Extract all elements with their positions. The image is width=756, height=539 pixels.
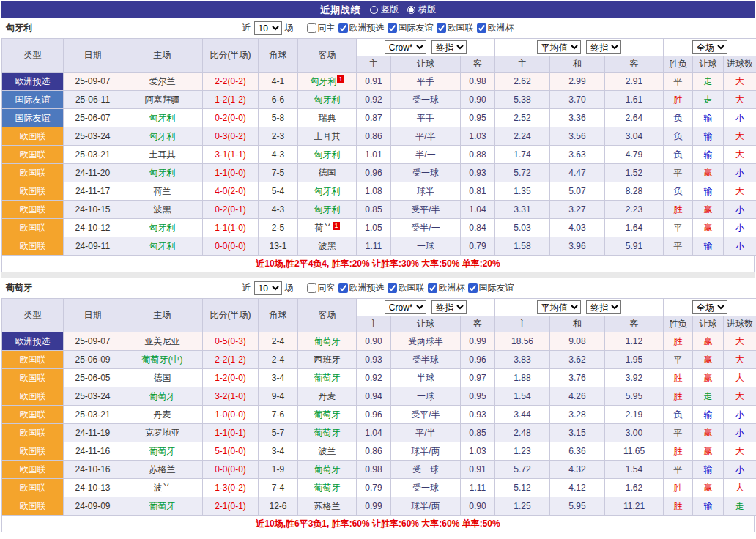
match-date: 25-06-11 bbox=[64, 91, 122, 109]
ah-time-select[interactable]: 终指 bbox=[431, 300, 467, 314]
home-team: 阿塞拜疆 bbox=[122, 91, 203, 109]
same-side-label: 同客 bbox=[318, 282, 336, 294]
result-goals: 大 bbox=[724, 127, 756, 146]
filter-controls: 近 10 场 同主 欧洲预选 国际友谊 欧国联 bbox=[242, 21, 514, 35]
comp-filter-0[interactable]: 欧洲预选 bbox=[338, 282, 385, 294]
eu-draw-odds: 6.36 bbox=[550, 442, 605, 461]
ah-home-odds: 0.79 bbox=[357, 479, 391, 497]
result-goals: 大 bbox=[724, 332, 756, 351]
corner-score: 9-4 bbox=[259, 387, 298, 406]
eu-time-select[interactable]: 终指 bbox=[586, 300, 621, 314]
result-handicap: 走 bbox=[693, 387, 724, 406]
result-wdl: 胜 bbox=[664, 332, 693, 351]
same-side-filter[interactable]: 同主 bbox=[307, 22, 336, 34]
same-side-filter[interactable]: 同客 bbox=[307, 282, 336, 294]
scope-select[interactable]: 全场 bbox=[692, 40, 727, 54]
result-wdl: 胜 bbox=[664, 442, 693, 461]
competition-type: 欧国联 bbox=[2, 219, 64, 237]
eu-home-odds: 1.23 bbox=[495, 442, 550, 461]
eu-draw-odds: 3.70 bbox=[550, 91, 605, 109]
comp-checkbox[interactable] bbox=[428, 283, 437, 293]
ah-away-odds: 1.11 bbox=[461, 479, 495, 497]
comp-checkbox[interactable] bbox=[388, 23, 397, 33]
eu-away-odds: 3.92 bbox=[605, 369, 664, 387]
corner-score: 5-4 bbox=[259, 182, 298, 201]
match-date: 25-06-09 bbox=[64, 351, 122, 369]
competition-type: 欧国联 bbox=[2, 201, 64, 219]
comp-checkbox[interactable] bbox=[468, 283, 478, 293]
eu-draw-odds: 3.28 bbox=[550, 406, 605, 424]
result-goals: 小 bbox=[724, 219, 756, 237]
match-row: 欧国联24-10-12匈牙利1-1(1-0)2-5荷兰11.05受半/一0.84… bbox=[2, 219, 756, 237]
home-team: 匈牙利 bbox=[122, 164, 203, 182]
away-team: 匈牙利 bbox=[298, 91, 357, 109]
ah-line: 受一球 bbox=[391, 164, 461, 182]
score-halftime: 0-0(0-0) bbox=[203, 237, 259, 256]
result-handicap: 赢 bbox=[693, 479, 724, 497]
comp-filter-2[interactable]: 欧洲杯 bbox=[428, 282, 465, 294]
eu-draw-odds: 5.95 bbox=[550, 497, 605, 516]
eu-home-odds: 5.12 bbox=[495, 479, 550, 497]
eu-source-select[interactable]: 平均值 bbox=[537, 300, 581, 314]
away-team: 葡萄牙 bbox=[298, 332, 357, 351]
eu-draw-odds: 4.03 bbox=[550, 219, 605, 237]
result-goals: 小 bbox=[724, 406, 756, 424]
ah-odds-controls: Crow* 终指 bbox=[357, 299, 495, 316]
eu-home-odds: 5.38 bbox=[495, 91, 550, 109]
match-row: 欧国联24-09-09葡萄牙2-1(0-1)12-6苏格兰0.99球半/两0.9… bbox=[2, 497, 756, 516]
comp-filter-3[interactable]: 欧洲杯 bbox=[477, 22, 514, 34]
comp-filter-3[interactable]: 国际友谊 bbox=[468, 282, 514, 294]
eu-time-select[interactable]: 终指 bbox=[586, 40, 621, 54]
home-team: 荷兰 bbox=[122, 182, 203, 201]
layout-horizontal-option[interactable]: 横版 bbox=[407, 4, 436, 16]
match-date: 24-09-09 bbox=[64, 497, 122, 516]
ah-home-odds: 0.99 bbox=[357, 497, 391, 516]
comp-checkbox[interactable] bbox=[477, 23, 486, 33]
ah-time-select[interactable]: 终指 bbox=[431, 40, 467, 54]
same-side-checkbox[interactable] bbox=[307, 283, 316, 293]
same-side-checkbox[interactable] bbox=[307, 23, 316, 33]
ah-source-select[interactable]: Crow* bbox=[385, 300, 426, 314]
eu-home-odds: 2.48 bbox=[495, 424, 550, 442]
recent-results-page: 近期战绩 竖版 横版 匈牙利 近 10 场 同主 bbox=[1, 1, 755, 532]
corner-score: 2-4 bbox=[259, 332, 298, 351]
score-halftime: 0-0(0-0) bbox=[203, 461, 259, 479]
result-wdl: 负 bbox=[664, 127, 693, 146]
away-team: 葡萄牙 bbox=[298, 369, 357, 387]
home-team: 匈牙利 bbox=[122, 127, 203, 146]
ah-line: 受一球 bbox=[391, 91, 461, 109]
home-team: 葡萄牙(中) bbox=[122, 351, 203, 369]
match-count-select[interactable]: 10 bbox=[254, 281, 282, 295]
layout-vertical-option[interactable]: 竖版 bbox=[370, 4, 399, 16]
home-team: 葡萄牙 bbox=[122, 442, 203, 461]
vertical-radio[interactable] bbox=[370, 6, 378, 14]
scope-select[interactable]: 全场 bbox=[692, 300, 727, 314]
match-count-select[interactable]: 10 bbox=[254, 21, 282, 35]
comp-checkbox[interactable] bbox=[338, 23, 348, 33]
corner-score: 2-4 bbox=[259, 351, 298, 369]
comp-filter-2[interactable]: 欧国联 bbox=[437, 22, 474, 34]
corner-score: 2-5 bbox=[259, 219, 298, 237]
eu-away-odds: 3.00 bbox=[605, 424, 664, 442]
comp-filter-0[interactable]: 欧洲预选 bbox=[338, 22, 385, 34]
comp-checkbox[interactable] bbox=[437, 23, 446, 33]
scope-controls: 全场 bbox=[664, 299, 756, 316]
match-date: 25-09-07 bbox=[64, 332, 122, 351]
ah-away-odds: 1.04 bbox=[461, 201, 495, 219]
score-halftime: 0-2(0-1) bbox=[203, 201, 259, 219]
comp-checkbox[interactable] bbox=[388, 283, 397, 293]
home-team: 葡萄牙 bbox=[122, 387, 203, 406]
horizontal-radio[interactable] bbox=[407, 6, 415, 14]
comp-filter-1[interactable]: 国际友谊 bbox=[388, 22, 434, 34]
result-handicap: 赢 bbox=[693, 351, 724, 369]
comp-filter-1[interactable]: 欧国联 bbox=[388, 282, 425, 294]
competition-type: 欧国联 bbox=[2, 387, 64, 406]
ah-home-odds: 0.92 bbox=[357, 369, 391, 387]
same-side-label: 同主 bbox=[318, 22, 336, 34]
ah-source-select[interactable]: Crow* bbox=[385, 40, 426, 54]
competition-type: 欧国联 bbox=[2, 164, 64, 182]
comp-checkbox[interactable] bbox=[338, 283, 348, 293]
eu-source-select[interactable]: 平均值 bbox=[537, 40, 581, 54]
corner-score: 6-6 bbox=[259, 91, 298, 109]
comp-label: 欧国联 bbox=[448, 22, 474, 34]
